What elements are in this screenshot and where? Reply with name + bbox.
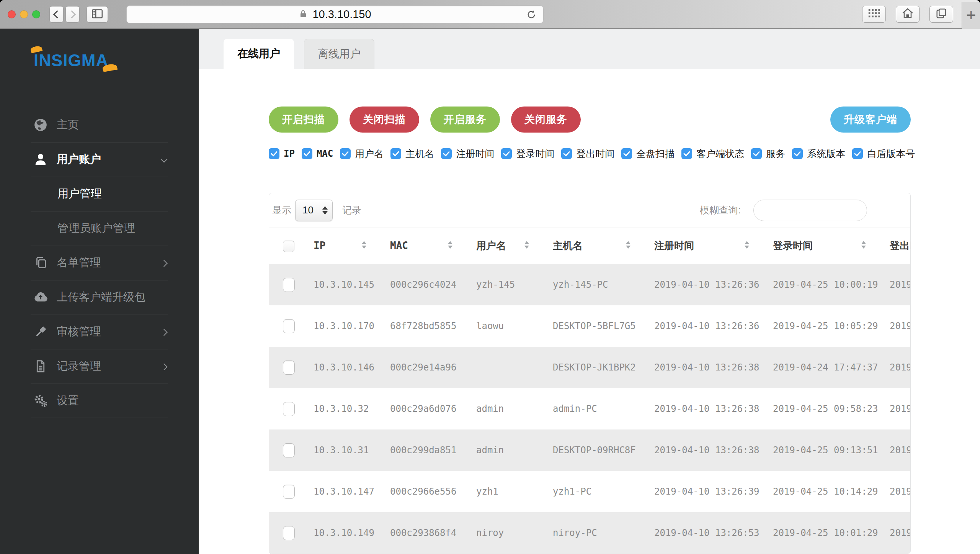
cell-ip: 10.3.10.170 (303, 305, 379, 347)
row-select-cell (269, 305, 303, 347)
column-header[interactable]: 注册时间 (644, 228, 762, 264)
row-checkbox[interactable] (283, 319, 295, 333)
column-header[interactable]: IP (303, 228, 379, 264)
cell-login-time: 2019-04-25 10:05:29 (762, 305, 879, 347)
logo: INSIGMA (34, 51, 133, 70)
home-icon (901, 7, 915, 22)
table-row: 10.3.10.17068f728bd5855laowuDESKTOP-5BFL… (269, 305, 911, 347)
reload-button[interactable] (526, 9, 537, 22)
column-toggle[interactable]: IP (269, 148, 295, 159)
cell-ip: 10.3.10.147 (303, 471, 379, 512)
sidebar-item[interactable]: 审核管理 (0, 315, 199, 349)
cell-username: yzh1 (466, 471, 542, 512)
sort-icon[interactable] (861, 241, 866, 249)
stop-service-button[interactable]: 关闭服务 (511, 107, 581, 133)
sort-icon[interactable] (626, 241, 630, 249)
back-button[interactable] (49, 6, 64, 23)
sort-icon[interactable] (745, 241, 749, 249)
cell-logout-time: 2019-0 (879, 264, 911, 305)
row-checkbox[interactable] (283, 278, 295, 292)
cell-mac: 000c29a6d076 (379, 388, 466, 429)
sidebar-item-label: 审核管理 (57, 324, 101, 339)
cell-register-time: 2019-04-10 13:26:39 (644, 471, 762, 512)
table-card: 显示 10 记录 模糊查询: IPMAC用户名主机名注册时间登录时间登出时间 (269, 193, 911, 554)
cell-mac: 000c299da851 (379, 429, 466, 471)
sidebar-item[interactable]: 用户管理 (0, 177, 199, 211)
tab-offline-users[interactable]: 离线用户 (304, 39, 374, 69)
sidebar-item[interactable]: 记录管理 (0, 349, 199, 384)
column-toggle[interactable]: 登录时间 (501, 148, 554, 160)
globe-icon (33, 117, 48, 133)
zoom-window-button[interactable] (32, 10, 40, 18)
column-toggle[interactable]: 注册时间 (441, 148, 494, 160)
tab-label: 离线用户 (318, 47, 361, 61)
forward-button[interactable] (65, 6, 80, 23)
upgrade-client-button[interactable]: 升级客户端 (830, 107, 911, 133)
row-checkbox[interactable] (283, 526, 295, 540)
cell-ip: 10.3.10.32 (303, 388, 379, 429)
row-checkbox[interactable] (283, 443, 295, 457)
column-toggle[interactable]: 服务 (751, 148, 785, 160)
tabs-overview-button[interactable] (929, 6, 953, 23)
browser-window: 10.3.10.150 (0, 0, 980, 554)
column-toggle-label: 主机名 (405, 148, 434, 160)
sidebar-item[interactable]: 名单管理 (0, 246, 199, 280)
sidebar-item[interactable]: 上传客户端升级包 (0, 280, 199, 315)
actions-row: 开启扫描 关闭扫描 开启服务 关闭服务 升级客户端 (269, 107, 911, 133)
sidebar-toggle-button[interactable] (87, 6, 108, 23)
lock-icon (299, 9, 308, 20)
sort-icon[interactable] (448, 241, 452, 249)
column-toggle[interactable]: 用户名 (340, 148, 384, 160)
home-button[interactable] (896, 6, 920, 23)
cell-logout-time: 2019-0 (879, 429, 911, 471)
cell-logout-time: 2019-0 (879, 388, 911, 429)
column-header[interactable]: 登出时间 (879, 228, 911, 264)
grid-button[interactable] (862, 6, 886, 23)
fuzzy-search-input[interactable] (753, 200, 867, 221)
start-scan-button[interactable]: 开启扫描 (269, 107, 338, 133)
select-all-checkbox[interactable] (283, 241, 294, 252)
row-checkbox[interactable] (283, 485, 295, 499)
sidebar-item[interactable]: 用户账户 (0, 142, 199, 177)
cell-username (466, 347, 542, 388)
table-header-row: IPMAC用户名主机名注册时间登录时间登出时间 (269, 228, 911, 264)
cell-username: admin (466, 388, 542, 429)
column-toggle[interactable]: 白盾版本号 (852, 148, 915, 160)
cell-username: laowu (466, 305, 542, 347)
column-toggle[interactable]: 登出时间 (561, 148, 614, 160)
sidebar-item[interactable]: 管理员账户管理 (0, 211, 199, 246)
cell-register-time: 2019-04-10 13:26:38 (644, 388, 762, 429)
column-toggle[interactable]: MAC (302, 148, 333, 159)
sort-icon[interactable] (362, 241, 366, 249)
row-checkbox[interactable] (283, 361, 295, 375)
cell-username: yzh-145 (466, 264, 542, 305)
tab-online-users[interactable]: 在线用户 (224, 39, 294, 69)
logo-text: INSIGMA (34, 51, 108, 70)
column-toggle-label: 白盾版本号 (867, 148, 915, 160)
new-tab-button[interactable]: + (962, 2, 980, 29)
column-toggle[interactable]: 系统版本 (792, 148, 845, 160)
column-toggle[interactable]: 客户端状态 (681, 148, 744, 160)
column-header[interactable]: 用户名 (466, 228, 542, 264)
close-window-button[interactable] (8, 10, 16, 18)
minimize-window-button[interactable] (20, 10, 28, 18)
cell-ip: 10.3.10.149 (303, 512, 379, 554)
column-header[interactable]: 登录时间 (762, 228, 879, 264)
column-header[interactable]: 主机名 (542, 228, 644, 264)
checkbox-checked-icon (340, 148, 351, 159)
stop-scan-button[interactable]: 关闭扫描 (350, 107, 419, 133)
address-bar[interactable]: 10.3.10.150 (126, 5, 544, 23)
column-header[interactable]: MAC (379, 228, 466, 264)
sidebar-item-label: 记录管理 (57, 359, 101, 374)
sidebar-item[interactable]: 设置 (0, 384, 199, 418)
users-table: IPMAC用户名主机名注册时间登录时间登出时间 10.3.10.145000c2… (269, 228, 911, 554)
chevron-left-icon (53, 10, 61, 18)
column-toggle[interactable]: 主机名 (390, 148, 434, 160)
row-checkbox[interactable] (283, 402, 295, 416)
sort-icon[interactable] (524, 241, 529, 249)
column-toggle[interactable]: 全盘扫描 (621, 148, 675, 160)
start-service-button[interactable]: 开启服务 (430, 107, 500, 133)
url-text: 10.3.10.150 (312, 8, 371, 21)
sidebar-item[interactable]: 主页 (0, 108, 199, 142)
page-size-select[interactable]: 10 (295, 200, 333, 221)
